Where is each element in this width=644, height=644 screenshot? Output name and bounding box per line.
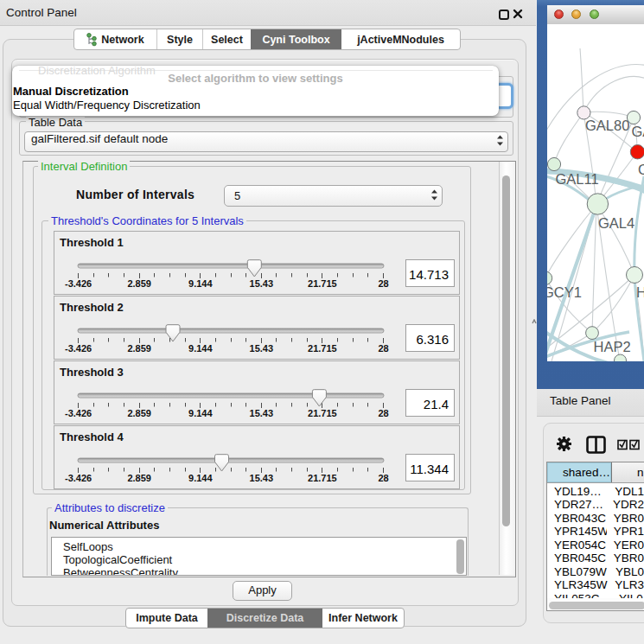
svg-text:9.144: 9.144 [188,278,213,289]
svg-text:2.859: 2.859 [127,408,151,418]
svg-text:9.144: 9.144 [188,408,213,418]
svg-text:15.43: 15.43 [250,408,274,418]
svg-text:-3.426: -3.426 [65,408,92,418]
svg-text:-3.426: -3.426 [65,278,92,289]
svg-text:GA: GA [632,124,644,139]
svg-text:15.43: 15.43 [250,278,274,289]
svg-text:CD: CD [638,162,644,177]
svg-text:28: 28 [378,473,388,483]
svg-text:2.859: 2.859 [127,473,151,483]
svg-text:21.715: 21.715 [308,278,337,289]
svg-text:15.43: 15.43 [250,343,274,354]
svg-text:28: 28 [378,343,388,354]
svg-text:-3.426: -3.426 [65,473,92,483]
svg-text:28: 28 [378,278,388,289]
svg-text:GAL11: GAL11 [556,171,599,187]
svg-text:GAL4: GAL4 [598,215,634,231]
svg-text:GCY1: GCY1 [547,284,582,300]
svg-text:-3.426: -3.426 [65,343,92,354]
svg-text:2.859: 2.859 [127,278,151,289]
svg-text:HAP2: HAP2 [594,339,631,354]
svg-text:21.715: 21.715 [308,408,337,418]
svg-text:9.144: 9.144 [188,473,213,483]
svg-text:21.715: 21.715 [308,343,337,354]
svg-text:H: H [636,284,644,300]
svg-text:28: 28 [378,408,388,418]
svg-text:9.144: 9.144 [188,343,213,354]
svg-text:2.859: 2.859 [127,343,151,354]
svg-text:15.43: 15.43 [250,473,274,483]
svg-text:21.715: 21.715 [308,473,337,483]
svg-text:GAL80: GAL80 [585,118,629,133]
